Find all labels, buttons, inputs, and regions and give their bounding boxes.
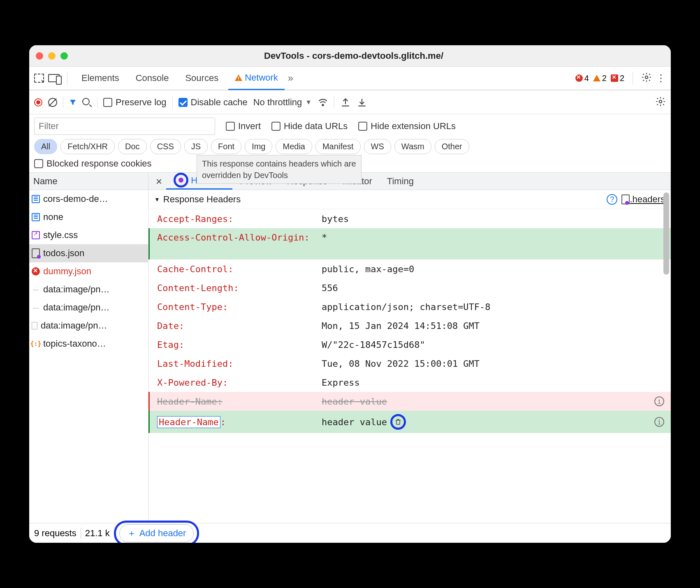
response-header-row: Content-Type:application/json; charset=U…: [148, 297, 671, 316]
chip-ws[interactable]: WS: [364, 139, 391, 154]
header-value: bytes: [322, 214, 349, 224]
response-header-row: X-Powered-By:Express: [148, 373, 671, 392]
throttling-select[interactable]: No throttling ▼: [253, 97, 312, 108]
tab-elements[interactable]: Elements: [75, 67, 126, 89]
preserve-log-checkbox[interactable]: Preserve log: [103, 97, 167, 108]
response-header-row[interactable]: Header-Name:header valuei: [148, 411, 671, 433]
status-bar: 9 requests 21.1 k ＋ Add header: [29, 523, 671, 543]
plus-icon: ＋: [127, 527, 136, 539]
issue-count-stop[interactable]: 4: [575, 74, 589, 83]
overrides-file-link[interactable]: .headers: [621, 194, 665, 205]
override-indicator-ring: [174, 173, 188, 188]
tab-network[interactable]: Network: [228, 67, 285, 90]
help-icon[interactable]: ?: [607, 194, 617, 205]
chip-font[interactable]: Font: [211, 139, 241, 154]
request-list-header[interactable]: Name: [29, 173, 148, 190]
chip-media[interactable]: Media: [276, 139, 312, 154]
chip-js[interactable]: JS: [184, 139, 208, 154]
request-row-label: dummy.json: [43, 266, 91, 277]
chip-img[interactable]: Img: [245, 139, 272, 154]
issue-count-error[interactable]: 2: [611, 74, 624, 83]
traffic-lights: [36, 52, 68, 60]
info-icon[interactable]: i: [654, 417, 664, 427]
header-value: application/json; charset=UTF-8: [322, 302, 491, 312]
header-name: Last-Modified:: [157, 359, 322, 369]
error-icon: [32, 267, 40, 275]
response-headers-section-header[interactable]: ▼ Response Headers ? .headers: [148, 190, 671, 209]
add-header-highlight: ＋ Add header: [114, 521, 199, 543]
close-window-button[interactable]: [36, 52, 43, 60]
svg-point-2: [645, 76, 648, 79]
hide-extension-urls-checkbox[interactable]: Hide extension URLs: [358, 121, 456, 132]
response-header-row: Header-Name:header valuei: [148, 392, 671, 411]
chip-wasm[interactable]: Wasm: [394, 139, 431, 154]
image-icon: —: [32, 303, 40, 312]
network-conditions-icon[interactable]: [318, 97, 328, 108]
request-row[interactable]: cors-demo-de…: [29, 190, 148, 208]
chip-doc[interactable]: Doc: [118, 139, 147, 154]
chip-all[interactable]: All: [34, 139, 57, 154]
record-button[interactable]: [34, 98, 42, 106]
chip-manifest[interactable]: Manifest: [315, 139, 361, 154]
header-value: *: [322, 232, 327, 243]
request-row-label: todos.json: [43, 248, 84, 259]
devtools-window: DevTools - cors-demo-devtools.glitch.me/…: [29, 45, 671, 543]
settings-icon[interactable]: [641, 72, 652, 84]
blocked-response-cookies-checkbox[interactable]: Blocked response cookies: [34, 158, 152, 169]
disable-cache-checkbox[interactable]: Disable cache: [178, 97, 248, 108]
request-row-label: data:image/pn…: [41, 320, 107, 331]
request-row-label: topics-taxono…: [43, 338, 106, 349]
search-icon[interactable]: [82, 98, 91, 107]
invert-checkbox[interactable]: Invert: [226, 121, 261, 132]
header-value: Mon, 15 Jan 2024 14:51:08 GMT: [322, 321, 480, 331]
override-indicator-icon: [178, 178, 183, 183]
header-value: Tue, 08 Nov 2022 15:00:01 GMT: [322, 359, 480, 369]
tab-console[interactable]: Console: [129, 67, 176, 89]
clear-button[interactable]: [48, 98, 57, 107]
header-name: Content-Length:: [157, 283, 322, 293]
scrollbar[interactable]: [663, 192, 669, 275]
image-icon: —: [32, 285, 40, 294]
request-row[interactable]: dummy.json: [29, 262, 148, 280]
filter-toggle-icon[interactable]: [69, 99, 76, 106]
close-detail-button[interactable]: ×: [152, 173, 166, 190]
device-toolbar-icon[interactable]: [48, 74, 60, 82]
request-row[interactable]: none: [29, 208, 148, 226]
content-area: Name cors-demo-de…nonestyle.csstodos.jso…: [29, 173, 671, 523]
file-icon: [32, 322, 37, 329]
more-tabs-icon[interactable]: »: [288, 72, 293, 84]
hide-data-urls-checkbox[interactable]: Hide data URLs: [271, 121, 348, 132]
delete-header-highlight: [390, 414, 406, 430]
chip-css[interactable]: CSS: [150, 139, 181, 154]
detail-tab-timing[interactable]: Timing: [380, 173, 421, 190]
header-value: Express: [322, 377, 360, 388]
inspect-element-icon[interactable]: [34, 74, 44, 83]
header-name: Header-Name:: [157, 396, 322, 407]
request-row[interactable]: topics-taxono…: [29, 335, 148, 353]
download-har-icon[interactable]: [357, 97, 367, 108]
maximize-window-button[interactable]: [60, 52, 68, 60]
header-name-input[interactable]: Header-Name: [157, 416, 220, 428]
info-icon[interactable]: i: [654, 396, 664, 406]
header-name: Accept-Ranges:: [157, 214, 322, 224]
svg-point-3: [322, 104, 324, 105]
request-row-label: style.css: [43, 230, 78, 241]
request-row[interactable]: todos.json: [29, 244, 148, 262]
minimize-window-button[interactable]: [48, 52, 56, 60]
issue-count-warn[interactable]: 2: [593, 74, 607, 83]
upload-har-icon[interactable]: [340, 97, 351, 108]
tab-sources[interactable]: Sources: [178, 67, 225, 89]
request-row[interactable]: —data:image/pn…: [29, 280, 148, 299]
more-options-icon[interactable]: ⋮: [656, 72, 666, 84]
response-header-row: Content-Length:556: [148, 278, 671, 297]
panel-settings-icon[interactable]: [655, 96, 666, 109]
chip-other[interactable]: Other: [435, 139, 469, 154]
request-row[interactable]: style.css: [29, 226, 148, 244]
response-header-row: Access-Control-Allow-Origin:*: [148, 228, 671, 259]
trash-icon[interactable]: [394, 418, 402, 426]
filter-input[interactable]: [34, 118, 215, 135]
request-row[interactable]: data:image/pn…: [29, 317, 148, 335]
chip-fetch-xhr[interactable]: Fetch/XHR: [60, 139, 115, 154]
request-row[interactable]: —data:image/pn…: [29, 299, 148, 317]
add-header-button[interactable]: ＋ Add header: [119, 524, 194, 542]
